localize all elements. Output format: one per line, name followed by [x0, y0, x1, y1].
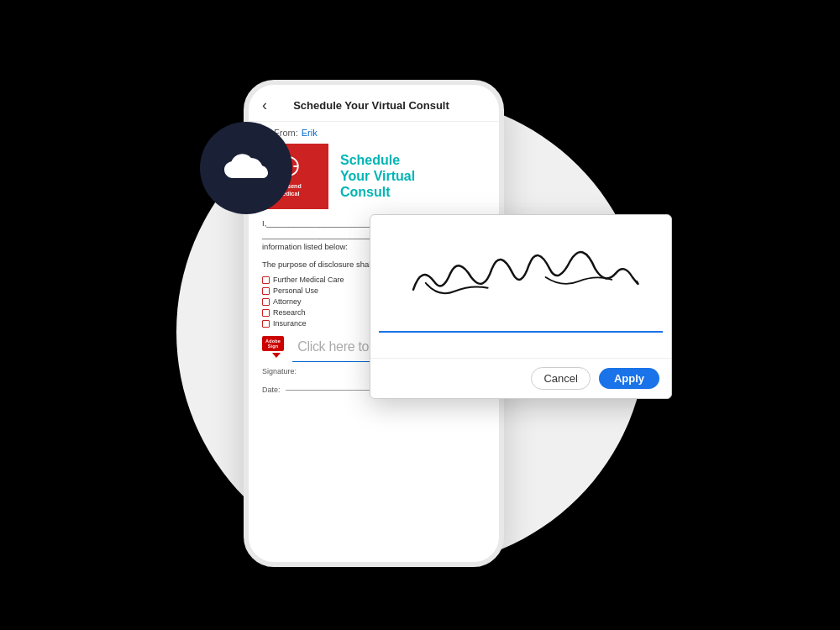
signature-canvas — [379, 223, 663, 333]
checkbox-label: Insurance — [273, 319, 307, 328]
checkbox-item: Further Medical Care — [262, 276, 371, 284]
adobe-tag-arrow — [272, 353, 281, 358]
checkbox-label: Research — [273, 308, 306, 317]
hero-title: Schedule Your Virtual Consult — [340, 152, 487, 201]
scene: ‹ Schedule Your Virtual Consult ✓ From: … — [126, 29, 714, 601]
from-line: ✓ From: Erik — [249, 122, 499, 144]
cloud-icon — [221, 151, 271, 185]
date-label: Date: — [262, 386, 281, 394]
signature-popup: Cancel Apply — [370, 214, 672, 399]
checkbox-item: Insurance — [262, 319, 371, 328]
checkbox-item: Personal Use — [262, 286, 371, 295]
checkbox-research[interactable] — [262, 309, 270, 317]
adobe-sign-tag: AdobeSign — [262, 336, 284, 351]
checkbox-item: Attorney — [262, 297, 371, 306]
apply-button[interactable]: Apply — [599, 368, 659, 389]
signature-drawing — [379, 223, 663, 331]
checkbox-further-medical[interactable] — [262, 276, 270, 284]
phone-title: Schedule Your Virtual Consult — [274, 99, 469, 112]
checkbox-label: Attorney — [273, 297, 302, 306]
checkbox-label: Personal Use — [273, 286, 318, 295]
checkbox-attorney[interactable] — [262, 298, 270, 306]
checkbox-personal[interactable] — [262, 287, 270, 295]
checkbox-insurance[interactable] — [262, 320, 270, 328]
phone-header: ‹ Schedule Your Virtual Consult — [249, 85, 499, 122]
checkbox-label: Further Medical Care — [273, 276, 344, 284]
from-name: Erik — [302, 128, 318, 138]
signature-popup-buttons: Cancel Apply — [370, 358, 671, 398]
cancel-button[interactable]: Cancel — [531, 367, 590, 390]
cloud-icon-circle — [200, 122, 292, 214]
hero-text: Schedule Your Virtual Consult — [328, 144, 499, 209]
checkbox-item: Research — [262, 308, 371, 317]
back-arrow-icon[interactable]: ‹ — [262, 97, 267, 114]
signature-pad-area[interactable] — [370, 215, 671, 358]
